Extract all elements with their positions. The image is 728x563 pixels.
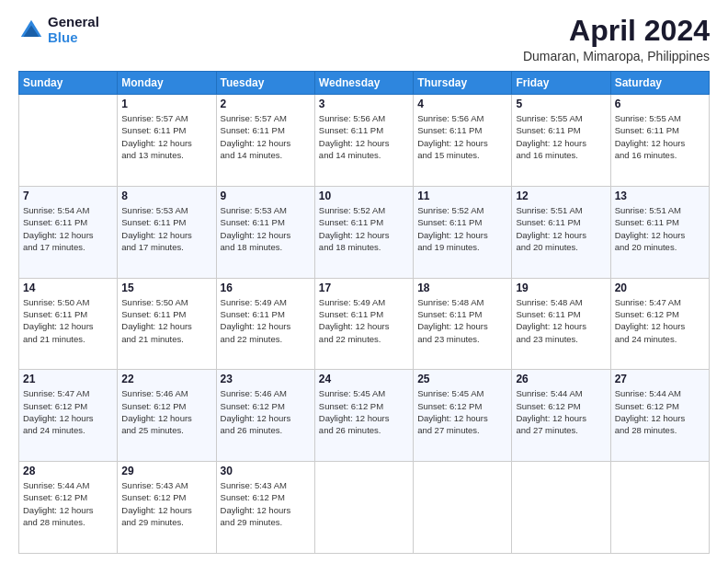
calendar-week-3: 14Sunrise: 5:50 AM Sunset: 6:11 PM Dayli… xyxy=(19,278,710,370)
calendar-cell xyxy=(314,462,413,554)
day-number: 18 xyxy=(417,282,507,294)
day-number: 27 xyxy=(615,373,705,385)
calendar-header-thursday: Thursday xyxy=(414,72,512,95)
day-number: 23 xyxy=(221,373,311,385)
day-info: Sunrise: 5:53 AM Sunset: 6:11 PM Dayligh… xyxy=(221,204,311,253)
day-number: 19 xyxy=(516,282,606,294)
day-info: Sunrise: 5:51 AM Sunset: 6:11 PM Dayligh… xyxy=(516,204,606,253)
day-info: Sunrise: 5:49 AM Sunset: 6:11 PM Dayligh… xyxy=(319,296,409,345)
day-number: 3 xyxy=(319,98,409,110)
calendar-cell: 29Sunrise: 5:43 AM Sunset: 6:12 PM Dayli… xyxy=(118,462,216,554)
logo: General Blue xyxy=(18,15,99,45)
calendar-cell: 7Sunrise: 5:54 AM Sunset: 6:11 PM Daylig… xyxy=(19,186,118,278)
day-number: 2 xyxy=(221,98,311,110)
calendar-header-friday: Friday xyxy=(512,72,610,95)
calendar-cell: 21Sunrise: 5:47 AM Sunset: 6:12 PM Dayli… xyxy=(19,370,118,462)
calendar-cell: 24Sunrise: 5:45 AM Sunset: 6:12 PM Dayli… xyxy=(314,370,413,462)
day-number: 6 xyxy=(615,98,705,110)
day-number: 21 xyxy=(23,373,113,385)
header: General Blue April 2024 Dumaran, Mimarop… xyxy=(18,15,710,63)
calendar-cell: 27Sunrise: 5:44 AM Sunset: 6:12 PM Dayli… xyxy=(610,370,709,462)
day-number: 17 xyxy=(319,282,409,294)
logo-icon xyxy=(18,17,44,43)
day-number: 11 xyxy=(417,190,507,202)
calendar-header-monday: Monday xyxy=(118,72,216,95)
day-info: Sunrise: 5:43 AM Sunset: 6:12 PM Dayligh… xyxy=(121,479,211,528)
day-info: Sunrise: 5:44 AM Sunset: 6:12 PM Dayligh… xyxy=(23,479,113,528)
day-number: 26 xyxy=(516,373,606,385)
day-number: 15 xyxy=(121,282,211,294)
day-info: Sunrise: 5:48 AM Sunset: 6:11 PM Dayligh… xyxy=(417,296,507,345)
calendar-cell: 19Sunrise: 5:48 AM Sunset: 6:11 PM Dayli… xyxy=(512,278,610,370)
day-number: 28 xyxy=(23,465,113,477)
calendar-cell: 12Sunrise: 5:51 AM Sunset: 6:11 PM Dayli… xyxy=(512,186,610,278)
day-info: Sunrise: 5:52 AM Sunset: 6:11 PM Dayligh… xyxy=(319,204,409,253)
calendar-table: SundayMondayTuesdayWednesdayThursdayFrid… xyxy=(18,71,710,554)
calendar-cell: 17Sunrise: 5:49 AM Sunset: 6:11 PM Dayli… xyxy=(314,278,413,370)
calendar-header-sunday: Sunday xyxy=(19,72,118,95)
day-number: 8 xyxy=(121,190,211,202)
day-info: Sunrise: 5:45 AM Sunset: 6:12 PM Dayligh… xyxy=(417,387,507,436)
day-info: Sunrise: 5:57 AM Sunset: 6:11 PM Dayligh… xyxy=(221,112,311,161)
subtitle: Dumaran, Mimaropa, Philippines xyxy=(523,49,710,63)
calendar-header-tuesday: Tuesday xyxy=(216,72,314,95)
day-info: Sunrise: 5:47 AM Sunset: 6:12 PM Dayligh… xyxy=(615,296,705,345)
day-info: Sunrise: 5:56 AM Sunset: 6:11 PM Dayligh… xyxy=(417,112,507,161)
day-number: 4 xyxy=(417,98,507,110)
calendar-cell: 25Sunrise: 5:45 AM Sunset: 6:12 PM Dayli… xyxy=(414,370,512,462)
calendar-cell xyxy=(414,462,512,554)
calendar-cell: 30Sunrise: 5:43 AM Sunset: 6:12 PM Dayli… xyxy=(216,462,314,554)
calendar-cell: 11Sunrise: 5:52 AM Sunset: 6:11 PM Dayli… xyxy=(414,186,512,278)
main-title: April 2024 xyxy=(523,15,710,47)
day-info: Sunrise: 5:43 AM Sunset: 6:12 PM Dayligh… xyxy=(221,479,311,528)
day-number: 9 xyxy=(221,190,311,202)
calendar-week-2: 7Sunrise: 5:54 AM Sunset: 6:11 PM Daylig… xyxy=(19,186,710,278)
calendar-cell: 5Sunrise: 5:55 AM Sunset: 6:11 PM Daylig… xyxy=(512,95,610,187)
day-info: Sunrise: 5:54 AM Sunset: 6:11 PM Dayligh… xyxy=(23,204,113,253)
calendar-cell: 14Sunrise: 5:50 AM Sunset: 6:11 PM Dayli… xyxy=(19,278,118,370)
calendar-cell: 26Sunrise: 5:44 AM Sunset: 6:12 PM Dayli… xyxy=(512,370,610,462)
calendar-cell: 16Sunrise: 5:49 AM Sunset: 6:11 PM Dayli… xyxy=(216,278,314,370)
calendar-cell: 13Sunrise: 5:51 AM Sunset: 6:11 PM Dayli… xyxy=(610,186,709,278)
day-number: 20 xyxy=(615,282,705,294)
day-number: 5 xyxy=(516,98,606,110)
calendar-week-5: 28Sunrise: 5:44 AM Sunset: 6:12 PM Dayli… xyxy=(19,462,710,554)
calendar-cell: 22Sunrise: 5:46 AM Sunset: 6:12 PM Dayli… xyxy=(118,370,216,462)
day-info: Sunrise: 5:49 AM Sunset: 6:11 PM Dayligh… xyxy=(221,296,311,345)
calendar-cell xyxy=(19,95,118,187)
day-info: Sunrise: 5:51 AM Sunset: 6:11 PM Dayligh… xyxy=(615,204,705,253)
day-number: 10 xyxy=(319,190,409,202)
day-info: Sunrise: 5:57 AM Sunset: 6:11 PM Dayligh… xyxy=(121,112,211,161)
calendar-cell: 10Sunrise: 5:52 AM Sunset: 6:11 PM Dayli… xyxy=(314,186,413,278)
day-info: Sunrise: 5:48 AM Sunset: 6:11 PM Dayligh… xyxy=(516,296,606,345)
day-info: Sunrise: 5:46 AM Sunset: 6:12 PM Dayligh… xyxy=(121,387,211,436)
day-info: Sunrise: 5:46 AM Sunset: 6:12 PM Dayligh… xyxy=(221,387,311,436)
calendar-cell: 20Sunrise: 5:47 AM Sunset: 6:12 PM Dayli… xyxy=(610,278,709,370)
day-number: 29 xyxy=(121,465,211,477)
calendar-cell: 8Sunrise: 5:53 AM Sunset: 6:11 PM Daylig… xyxy=(118,186,216,278)
title-block: April 2024 Dumaran, Mimaropa, Philippine… xyxy=(523,15,710,63)
day-info: Sunrise: 5:50 AM Sunset: 6:11 PM Dayligh… xyxy=(121,296,211,345)
day-info: Sunrise: 5:50 AM Sunset: 6:11 PM Dayligh… xyxy=(23,296,113,345)
day-info: Sunrise: 5:55 AM Sunset: 6:11 PM Dayligh… xyxy=(615,112,705,161)
day-info: Sunrise: 5:45 AM Sunset: 6:12 PM Dayligh… xyxy=(319,387,409,436)
day-number: 25 xyxy=(417,373,507,385)
day-info: Sunrise: 5:47 AM Sunset: 6:12 PM Dayligh… xyxy=(23,387,113,436)
calendar-header-saturday: Saturday xyxy=(610,72,709,95)
day-number: 13 xyxy=(615,190,705,202)
calendar-cell: 23Sunrise: 5:46 AM Sunset: 6:12 PM Dayli… xyxy=(216,370,314,462)
day-number: 14 xyxy=(23,282,113,294)
day-number: 16 xyxy=(221,282,311,294)
calendar-week-1: 1Sunrise: 5:57 AM Sunset: 6:11 PM Daylig… xyxy=(19,95,710,187)
day-number: 24 xyxy=(319,373,409,385)
day-number: 1 xyxy=(121,98,211,110)
day-info: Sunrise: 5:55 AM Sunset: 6:11 PM Dayligh… xyxy=(516,112,606,161)
day-info: Sunrise: 5:56 AM Sunset: 6:11 PM Dayligh… xyxy=(319,112,409,161)
calendar-cell: 6Sunrise: 5:55 AM Sunset: 6:11 PM Daylig… xyxy=(610,95,709,187)
calendar-cell: 28Sunrise: 5:44 AM Sunset: 6:12 PM Dayli… xyxy=(19,462,118,554)
calendar-cell: 18Sunrise: 5:48 AM Sunset: 6:11 PM Dayli… xyxy=(414,278,512,370)
page: General Blue April 2024 Dumaran, Mimarop… xyxy=(0,0,728,563)
day-info: Sunrise: 5:53 AM Sunset: 6:11 PM Dayligh… xyxy=(121,204,211,253)
calendar-cell: 2Sunrise: 5:57 AM Sunset: 6:11 PM Daylig… xyxy=(216,95,314,187)
day-info: Sunrise: 5:44 AM Sunset: 6:12 PM Dayligh… xyxy=(615,387,705,436)
